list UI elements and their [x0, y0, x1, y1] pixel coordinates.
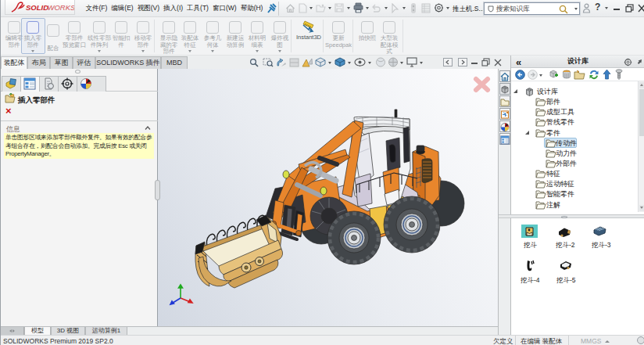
svg-text:SOLID: SOLID — [26, 3, 48, 12]
svg-text:WORKS: WORKS — [48, 3, 76, 12]
